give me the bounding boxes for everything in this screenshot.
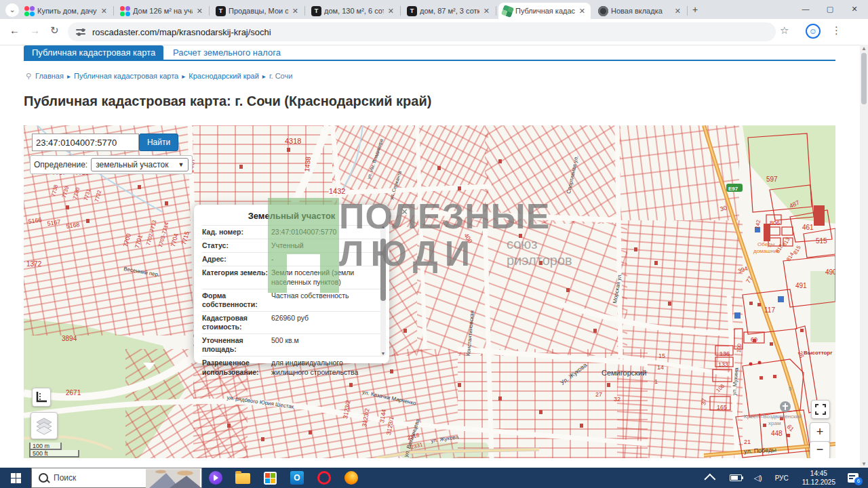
layers-button[interactable] xyxy=(31,412,58,439)
map-label: Высотторг xyxy=(804,350,833,356)
church-icon xyxy=(780,401,791,412)
popup-close-icon[interactable]: ✕ xyxy=(401,207,408,217)
popup-row: Уточненная площадь:500 кв.м xyxy=(202,333,382,356)
browser-tab[interactable]: ТПродавцы, Мои об✕ xyxy=(212,3,304,19)
taskbar-app-outlook[interactable]: O xyxy=(283,468,311,488)
browser-tab[interactable]: Дом 126 м² на учас✕ xyxy=(116,3,208,19)
taskbar-app-alice[interactable] xyxy=(202,468,229,488)
map-label: Кресто-Воздвиженский xyxy=(744,414,802,420)
page-scrollbar-thumb[interactable] xyxy=(861,53,867,104)
popup-row-value: Частная собственность xyxy=(270,291,382,309)
taskbar-app-opera[interactable] xyxy=(311,468,338,488)
map-label: 133 xyxy=(718,362,728,368)
popup-row-label: Форма собственности: xyxy=(202,291,270,309)
windows-taskbar: Поиск O ◁) РУС 14:45 11.12.2025 6 xyxy=(0,468,868,488)
tab-search-button[interactable]: ⌄ xyxy=(5,3,19,17)
forward-button[interactable]: → xyxy=(30,24,40,36)
map-label: 448 xyxy=(771,430,783,437)
zoom-in-button[interactable]: + xyxy=(810,422,830,443)
breadcrumb-item[interactable]: Главная xyxy=(35,72,64,80)
bookmark-star-icon[interactable]: ☆ xyxy=(780,24,789,37)
popup-tail xyxy=(143,363,155,376)
map-label: 32 xyxy=(614,396,620,403)
taskbar-app-explorer[interactable] xyxy=(229,468,256,488)
site-tab-public-map[interactable]: Публичная кадастровая карта xyxy=(24,45,163,60)
tab-close-icon[interactable]: ✕ xyxy=(387,7,395,16)
window-close-button[interactable]: ✕ xyxy=(842,0,867,19)
back-button[interactable]: ← xyxy=(9,24,20,36)
browser-tab[interactable]: Купить дом, дачу и✕ xyxy=(20,3,113,19)
notification-center-icon[interactable]: 6 xyxy=(848,473,859,483)
taskbar-app-firefox[interactable] xyxy=(338,468,365,488)
definition-select[interactable]: земельный участок ▼ xyxy=(91,158,189,171)
map-label: домашние xyxy=(753,249,780,254)
breadcrumb-separator: ▸ xyxy=(67,73,71,80)
map-label: 60 xyxy=(751,337,757,343)
url-text[interactable]: roscadaster.com/map/krasnodarskij-kraj/s… xyxy=(92,27,271,37)
popup-row-label: Адрес: xyxy=(202,255,270,264)
reload-button[interactable]: ↻ xyxy=(50,24,59,37)
taskbar-app-store[interactable] xyxy=(256,468,283,488)
browser-tab[interactable]: Новая вкладка✕ xyxy=(594,3,686,19)
yandex-new-tab-icon xyxy=(598,6,608,16)
tab-close-icon[interactable]: ✕ xyxy=(100,7,108,16)
tab-close-icon[interactable]: ✕ xyxy=(291,7,300,16)
news-widget-image[interactable] xyxy=(146,469,200,488)
taskbar-apps: O xyxy=(202,468,365,488)
language-indicator[interactable]: РУС xyxy=(775,474,789,482)
breadcrumb-item[interactable]: г. Сочи xyxy=(269,72,292,80)
breadcrumb-item[interactable]: Краснодарский край xyxy=(189,72,259,80)
zoom-out-button[interactable]: − xyxy=(810,441,830,458)
tab-close-icon[interactable]: ✕ xyxy=(482,7,491,16)
clock[interactable]: 14:45 11.12.2025 xyxy=(802,469,835,487)
popup-scrollbar[interactable]: ▲ ▼ xyxy=(380,224,386,357)
tab-close-icon[interactable]: ✕ xyxy=(195,7,204,16)
cadastral-map[interactable]: 4318143814321467773777297738773977307731… xyxy=(24,125,835,458)
notification-badge: 6 xyxy=(854,477,863,485)
tab-close-icon[interactable]: ✕ xyxy=(578,7,587,16)
map-label: 2671 xyxy=(66,390,81,396)
measure-tool-button[interactable] xyxy=(32,388,51,407)
tab-title: Купить дом, дачу и xyxy=(37,7,97,15)
browser-toolbar: ← → ↻ roscadaster.com/map/krasnodarskij-… xyxy=(0,19,868,45)
battery-icon[interactable] xyxy=(730,474,742,481)
browser-tab[interactable]: Тдом, 87 м², 3 сотки✕ xyxy=(403,3,495,19)
address-bar[interactable]: roscadaster.com/map/krasnodarskij-kraj/s… xyxy=(68,22,776,41)
map-label: Обеды xyxy=(757,242,774,247)
site-tab-tax-link[interactable]: Расчет земельного налога xyxy=(173,47,281,58)
search-button[interactable]: Найти xyxy=(139,134,178,151)
map-label: Е97 xyxy=(728,186,738,192)
map-label: 1372 xyxy=(26,261,41,268)
breadcrumb-item[interactable]: Публичная кадастровая карта xyxy=(74,72,178,80)
definition-label: Определение: xyxy=(34,160,87,169)
tab-close-icon[interactable]: ✕ xyxy=(673,7,682,16)
window-minimize-button[interactable]: — xyxy=(793,0,818,19)
browser-menu-icon[interactable]: ⋮ xyxy=(831,24,842,37)
tray-chevron-icon[interactable] xyxy=(704,474,715,485)
map-label: 491 xyxy=(795,283,807,289)
page-scrollbar[interactable]: ▲ ▼ xyxy=(860,45,868,468)
popup-scrollbar-thumb[interactable] xyxy=(380,239,386,301)
header-underline xyxy=(24,60,835,61)
map-label: 3894 xyxy=(62,336,77,342)
browser-tab[interactable]: Тдом, 130 м², 6 соток✕ xyxy=(307,3,399,19)
popup-row-label: Статус: xyxy=(202,241,270,250)
window-maximize-button[interactable]: ▢ xyxy=(818,0,842,19)
tray-date: 11.12.2025 xyxy=(802,479,835,486)
fullscreen-button[interactable] xyxy=(811,400,830,419)
dark-tab-icon: Т xyxy=(407,6,417,16)
cadastral-search-input[interactable] xyxy=(32,134,139,151)
map-label: 1 xyxy=(654,379,658,385)
popup-row-label: Категория земель: xyxy=(202,268,270,286)
popup-row: Статус:Учтенный xyxy=(202,239,382,252)
volume-icon[interactable]: ◁) xyxy=(754,474,762,483)
new-tab-button[interactable]: + xyxy=(689,4,701,16)
map-label: 14 xyxy=(657,365,664,371)
browser-tab[interactable]: Публичная кадастр✕ xyxy=(498,3,591,19)
map-label: 100 xyxy=(736,344,743,353)
profile-avatar[interactable]: ☺ xyxy=(806,24,821,39)
map-label: храм xyxy=(768,421,781,426)
taskbar-search[interactable]: Поиск xyxy=(31,468,202,488)
start-button[interactable] xyxy=(0,468,31,488)
site-settings-icon[interactable] xyxy=(76,28,85,36)
